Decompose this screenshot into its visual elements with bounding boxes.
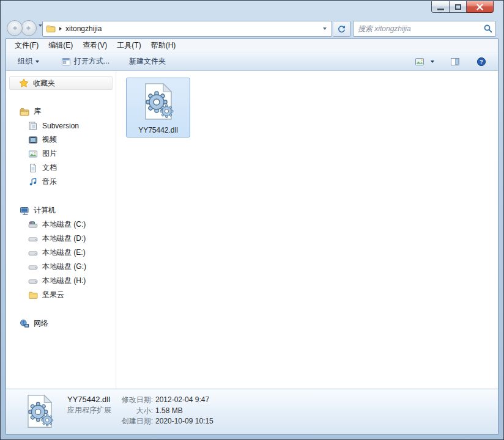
pictures-icon xyxy=(28,149,39,159)
toolbar: 组织 打开方式... 新建文件夹 ? xyxy=(6,53,498,71)
details-row: 创建日期:2020-10-09 10:15 xyxy=(114,416,213,427)
chevron-down-icon xyxy=(35,61,39,63)
dll-file-icon xyxy=(22,394,57,429)
forward-arrow-icon xyxy=(24,24,33,32)
sidebar-item[interactable]: 视频 xyxy=(6,133,116,147)
sidebar-item-network[interactable]: 网络 xyxy=(6,317,116,331)
details-row-value: 2020-10-09 10:15 xyxy=(155,416,213,427)
music-icon xyxy=(28,177,39,187)
computer-icon xyxy=(20,206,31,216)
star-icon xyxy=(19,78,30,88)
sidebar-item[interactable]: Subversion xyxy=(6,119,116,133)
views-icon xyxy=(415,57,424,67)
organize-button[interactable]: 组织 xyxy=(12,54,45,69)
close-button[interactable] xyxy=(467,1,494,13)
help-button[interactable]: ? xyxy=(474,54,492,69)
navigation-pane: 收藏夹库Subversion视频图片文档音乐计算机本地磁盘 (C:)本地磁盘 (… xyxy=(6,72,116,388)
sidebar-item[interactable]: 本地磁盘 (G:) xyxy=(6,260,116,274)
maximize-icon xyxy=(455,4,461,10)
sidebar-item[interactable]: 本地磁盘 (H:) xyxy=(6,274,116,288)
refresh-button[interactable] xyxy=(333,21,350,37)
details-row-value: 2012-02-04 9:47 xyxy=(155,395,209,406)
menu-item[interactable]: 编辑(E) xyxy=(43,38,78,53)
details-row-value: 1.58 MB xyxy=(155,406,183,417)
views-button[interactable] xyxy=(412,54,437,69)
details-properties: 修改日期:2012-02-04 9:47大小:1.58 MB创建日期:2020-… xyxy=(114,395,213,427)
minimize-icon xyxy=(437,9,444,10)
menu-item[interactable]: 帮助(H) xyxy=(146,38,181,53)
open-with-label: 打开方式... xyxy=(74,56,109,67)
search-input[interactable] xyxy=(355,24,483,34)
sidebar-item[interactable]: 本地磁盘 (E:) xyxy=(6,246,116,260)
sidebar-item-label: 收藏夹 xyxy=(33,78,55,89)
details-row: 修改日期:2012-02-04 9:47 xyxy=(114,395,213,406)
sidebar-item-label: 文档 xyxy=(42,163,57,173)
menu-item[interactable]: 查看(V) xyxy=(78,38,112,53)
navigation-bar: xitongzhijia xyxy=(6,20,498,38)
window-frame: xitongzhijia 文件(F)编辑(E)查看(V)工具(T)帮助(H) 组… xyxy=(0,0,504,440)
details-row-label: 修改日期: xyxy=(114,395,153,406)
details-row: 大小:1.58 MB xyxy=(114,406,213,417)
chevron-down-icon xyxy=(431,61,434,63)
search-box[interactable] xyxy=(353,21,496,37)
library-icon xyxy=(28,121,39,131)
window-controls xyxy=(431,1,494,13)
folder-icon xyxy=(46,24,56,34)
maximize-button[interactable] xyxy=(450,1,467,13)
details-left-column: YY75442.dll 应用程序扩展 xyxy=(67,394,111,416)
dll-file-icon xyxy=(139,82,178,121)
documents-icon xyxy=(28,163,39,173)
open-with-icon xyxy=(61,57,71,67)
menu-bar: 文件(F)编辑(E)查看(V)工具(T)帮助(H) xyxy=(6,39,498,53)
svg-text:?: ? xyxy=(480,58,483,65)
chevron-down-icon xyxy=(323,28,327,30)
drive-system-icon xyxy=(28,220,39,230)
open-with-button[interactable]: 打开方式... xyxy=(56,54,115,69)
address-dropdown-button[interactable] xyxy=(319,22,330,35)
refresh-icon xyxy=(337,24,346,34)
details-file-type: 应用程序扩展 xyxy=(67,405,111,416)
new-folder-button[interactable]: 新建文件夹 xyxy=(124,54,171,69)
sidebar-item[interactable]: 图片 xyxy=(6,147,116,161)
sidebar-item-computer[interactable]: 计算机 xyxy=(6,204,116,218)
sidebar-item[interactable]: 音乐 xyxy=(6,175,116,189)
back-button[interactable] xyxy=(7,20,23,36)
network-icon xyxy=(20,319,31,329)
new-folder-label: 新建文件夹 xyxy=(129,56,166,67)
menu-item[interactable]: 工具(T) xyxy=(112,38,146,53)
details-row-label: 大小: xyxy=(114,406,153,417)
breadcrumb-arrow-icon[interactable] xyxy=(59,27,62,31)
drive-icon xyxy=(28,248,39,258)
videos-icon xyxy=(28,135,39,145)
sidebar-item[interactable]: 文档 xyxy=(6,161,116,175)
sidebar-item-label: 计算机 xyxy=(34,205,56,216)
sidebar-item-libraries[interactable]: 库 xyxy=(6,105,116,119)
sidebar-item-label: 库 xyxy=(34,106,41,117)
sidebar-item[interactable]: 坚果云 xyxy=(6,288,116,302)
sidebar-item-favorites[interactable]: 收藏夹 xyxy=(9,76,113,90)
forward-button[interactable] xyxy=(21,20,37,36)
sidebar-item[interactable]: 本地磁盘 (D:) xyxy=(6,232,116,246)
sidebar-item-label: 图片 xyxy=(42,148,57,159)
file-name-label: YY75442.dll xyxy=(128,126,188,134)
address-bar[interactable]: xitongzhijia xyxy=(42,21,332,37)
sidebar-item-label: 音乐 xyxy=(42,177,57,187)
sidebar-item-label: 本地磁盘 (G:) xyxy=(42,262,86,272)
file-list: YY75442.dll xyxy=(117,72,498,388)
sidebar-item-label: 本地磁盘 (E:) xyxy=(42,248,86,258)
file-item[interactable]: YY75442.dll xyxy=(126,78,190,138)
libraries-icon xyxy=(20,107,31,117)
minimize-button[interactable] xyxy=(431,1,450,13)
explorer-client-area: 文件(F)编辑(E)查看(V)工具(T)帮助(H) 组织 打开方式... 新建文… xyxy=(6,38,498,435)
sidebar-item-label: 本地磁盘 (C:) xyxy=(42,219,86,230)
preview-pane-button[interactable] xyxy=(448,54,465,69)
breadcrumb-folder[interactable]: xitongzhijia xyxy=(65,24,319,33)
sidebar-item[interactable]: 本地磁盘 (C:) xyxy=(6,218,116,232)
sidebar-item-label: 坚果云 xyxy=(42,290,64,300)
drive-icon xyxy=(28,234,39,244)
details-file-name: YY75442.dll xyxy=(67,394,111,405)
menu-item[interactable]: 文件(F) xyxy=(10,38,43,53)
drive-icon xyxy=(28,276,39,286)
sidebar-item-label: 网络 xyxy=(34,318,48,329)
search-icon[interactable] xyxy=(483,24,493,34)
